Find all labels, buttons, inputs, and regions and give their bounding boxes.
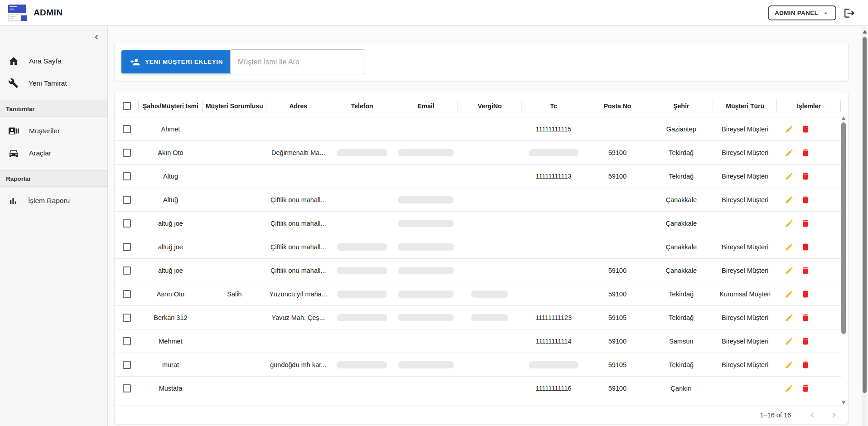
pencil-icon bbox=[785, 290, 794, 299]
delete-button[interactable] bbox=[800, 336, 810, 346]
row-checkbox[interactable] bbox=[123, 266, 131, 275]
row-checkbox[interactable] bbox=[123, 337, 131, 345]
cell-posta: 59100 bbox=[585, 173, 649, 180]
cell-turu: Kurumsal Müşteri bbox=[713, 290, 777, 298]
sidebar-section-title: Tanıtımlar bbox=[6, 106, 35, 112]
select-all-checkbox[interactable] bbox=[123, 102, 131, 110]
pencil-icon bbox=[785, 125, 794, 134]
column-header-email: Email bbox=[394, 102, 458, 110]
row-checkbox[interactable] bbox=[123, 172, 131, 180]
cell-turu: Bireysel Müşteri bbox=[713, 267, 777, 274]
edit-button[interactable] bbox=[784, 195, 794, 205]
cell-telefon bbox=[330, 266, 394, 274]
delete-button[interactable] bbox=[800, 218, 810, 228]
sidebar-item-araclar[interactable]: Araçlar bbox=[0, 142, 107, 164]
delete-button[interactable] bbox=[800, 242, 810, 252]
row-checkbox[interactable] bbox=[123, 361, 131, 369]
delete-button[interactable] bbox=[800, 360, 810, 370]
delete-button[interactable] bbox=[800, 383, 810, 393]
cell-vergino bbox=[458, 314, 522, 321]
cell-sehir: Tekirdağ bbox=[649, 314, 713, 321]
row-checkbox[interactable] bbox=[123, 243, 131, 251]
cell-email bbox=[394, 149, 458, 156]
pencil-icon bbox=[785, 172, 794, 181]
row-checkbox[interactable] bbox=[123, 290, 131, 298]
redacted-email-pill bbox=[398, 149, 454, 156]
edit-button[interactable] bbox=[784, 218, 794, 228]
sidebar-item-musteriler[interactable]: Müşteriler bbox=[0, 120, 107, 142]
edit-button[interactable] bbox=[784, 148, 794, 158]
edit-button[interactable] bbox=[784, 266, 794, 276]
trash-icon bbox=[801, 242, 810, 252]
cell-vergino bbox=[458, 290, 522, 298]
delete-button[interactable] bbox=[800, 124, 810, 134]
cell-telefon bbox=[330, 361, 394, 368]
sidebar-item-yeni-tamirat[interactable]: Yeni Tamirat bbox=[0, 72, 107, 94]
cell-sehir: Çanakkale bbox=[649, 243, 713, 251]
cell-adres: Değirmenaltı Ma... bbox=[266, 149, 330, 156]
delete-button[interactable] bbox=[800, 266, 810, 276]
row-checkbox[interactable] bbox=[123, 314, 131, 322]
table-row: Berkan 312Yavuz Mah. Çeş...1111111112359… bbox=[115, 306, 841, 329]
row-checkbox[interactable] bbox=[123, 384, 131, 392]
cell-sehir: Tekirdağ bbox=[649, 173, 713, 180]
cell-tc: 11111111113 bbox=[521, 173, 585, 180]
redacted-tc-pill bbox=[529, 149, 579, 156]
cell-sehir: Gaziantep bbox=[649, 126, 713, 133]
search-input[interactable] bbox=[230, 49, 365, 74]
delete-button[interactable] bbox=[800, 289, 810, 299]
row-checkbox[interactable] bbox=[123, 125, 131, 133]
edit-button[interactable] bbox=[784, 171, 794, 181]
edit-button[interactable] bbox=[784, 360, 794, 370]
edit-button[interactable] bbox=[784, 383, 794, 393]
prev-page-button[interactable] bbox=[807, 410, 817, 420]
page-scrollbar-thumb[interactable] bbox=[863, 37, 867, 393]
admin-panel-button[interactable]: ADMIN PANEL bbox=[768, 5, 836, 20]
page-scroll-up-arrow-icon[interactable] bbox=[863, 30, 867, 34]
cell-email bbox=[394, 290, 458, 298]
redacted-tc-pill bbox=[529, 361, 579, 368]
cell-turu: Bireysel Müşteri bbox=[713, 173, 777, 180]
cell-name: Altuğ bbox=[139, 196, 203, 203]
cell-name: altuğ joe bbox=[139, 267, 203, 274]
row-actions-cell bbox=[777, 313, 841, 323]
table-scrollbar-thumb[interactable] bbox=[841, 122, 846, 334]
sidebar-collapse-button[interactable] bbox=[91, 32, 102, 43]
row-checkbox[interactable] bbox=[123, 196, 131, 204]
table-row: Akın OtoDeğirmenaltı Ma...59100TekirdağB… bbox=[115, 141, 841, 165]
select-all-cell bbox=[115, 102, 139, 110]
row-checkbox[interactable] bbox=[123, 149, 131, 157]
edit-button[interactable] bbox=[784, 313, 794, 323]
delete-button[interactable] bbox=[800, 148, 810, 158]
delete-button[interactable] bbox=[800, 313, 810, 323]
sidebar-item-islem-raporu[interactable]: İşlem Raporu bbox=[0, 189, 107, 212]
next-page-button[interactable] bbox=[829, 410, 839, 420]
cell-adres: Çiftlik onu mahall... bbox=[266, 196, 330, 203]
cell-name: Asrın Oto bbox=[139, 290, 203, 298]
pencil-icon bbox=[785, 242, 794, 252]
page-scrollbar[interactable] bbox=[862, 27, 867, 426]
row-select-cell bbox=[115, 313, 139, 321]
delete-button[interactable] bbox=[800, 195, 810, 205]
logout-button[interactable] bbox=[844, 7, 855, 19]
add-customer-button[interactable]: YENI MÜŞTERI EKLEYIN bbox=[121, 50, 231, 73]
cell-posta: 59100 bbox=[585, 149, 649, 156]
pencil-icon bbox=[785, 266, 794, 275]
edit-button[interactable] bbox=[784, 124, 794, 134]
edit-button[interactable] bbox=[784, 336, 794, 346]
sidebar-item-label: İşlem Raporu bbox=[28, 197, 70, 205]
sidebar-item-ana-sayfa[interactable]: Ana Sayfa bbox=[0, 50, 107, 72]
scroll-up-arrow-icon[interactable] bbox=[841, 116, 846, 120]
redacted-telefon-pill bbox=[337, 290, 387, 298]
edit-button[interactable] bbox=[784, 289, 794, 299]
scroll-down-arrow-icon[interactable] bbox=[841, 401, 846, 404]
pencil-icon bbox=[785, 195, 794, 204]
row-checkbox[interactable] bbox=[123, 219, 131, 228]
table-scrollbar[interactable] bbox=[841, 116, 846, 406]
pagination-controls bbox=[807, 410, 839, 420]
pagination-range-label: 1–16 of 16 bbox=[760, 411, 791, 419]
row-select-cell bbox=[115, 219, 139, 227]
table-body: Ahmet11111111115GaziantepBireysel Müşter… bbox=[115, 117, 841, 406]
delete-button[interactable] bbox=[800, 171, 810, 181]
edit-button[interactable] bbox=[784, 242, 794, 252]
